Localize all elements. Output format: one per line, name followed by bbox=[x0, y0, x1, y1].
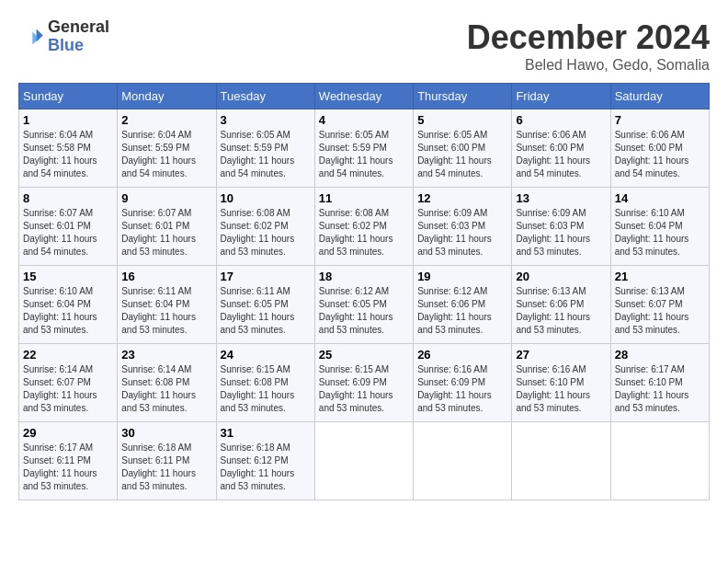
day-number: 13 bbox=[516, 191, 606, 205]
day-number: 30 bbox=[121, 426, 211, 440]
calendar-cell: 15 Sunrise: 6:10 AM Sunset: 6:04 PM Dayl… bbox=[19, 266, 118, 344]
day-info: Sunrise: 6:05 AM Sunset: 5:59 PM Dayligh… bbox=[221, 129, 311, 180]
day-info: Sunrise: 6:13 AM Sunset: 6:07 PM Dayligh… bbox=[615, 285, 705, 337]
day-info: Sunrise: 6:06 AM Sunset: 6:00 PM Dayligh… bbox=[516, 129, 606, 180]
day-number: 23 bbox=[121, 348, 211, 362]
day-info: Sunrise: 6:10 AM Sunset: 6:04 PM Dayligh… bbox=[23, 285, 113, 337]
calendar-cell: 18 Sunrise: 6:12 AM Sunset: 6:05 PM Dayl… bbox=[314, 266, 413, 344]
day-info: Sunrise: 6:07 AM Sunset: 6:01 PM Dayligh… bbox=[23, 207, 113, 259]
weekday-header-tuesday: Tuesday bbox=[216, 84, 314, 109]
day-number: 20 bbox=[516, 270, 606, 283]
logo-line2: Blue bbox=[48, 37, 109, 55]
svg-marker-0 bbox=[37, 29, 43, 41]
weekday-header-saturday: Saturday bbox=[610, 84, 709, 109]
day-info: Sunrise: 6:07 AM Sunset: 6:01 PM Dayligh… bbox=[121, 207, 211, 259]
calendar-cell: 6 Sunrise: 6:06 AM Sunset: 6:00 PM Dayli… bbox=[512, 109, 610, 188]
calendar-cell: 30 Sunrise: 6:18 AM Sunset: 6:11 PM Dayl… bbox=[118, 422, 216, 500]
calendar-cell: 12 Sunrise: 6:09 AM Sunset: 6:03 PM Dayl… bbox=[414, 188, 512, 266]
location: Beled Hawo, Gedo, Somalia bbox=[467, 57, 710, 74]
calendar-week-row: 1 Sunrise: 6:04 AM Sunset: 5:58 PM Dayli… bbox=[19, 109, 710, 188]
calendar-cell: 14 Sunrise: 6:10 AM Sunset: 6:04 PM Dayl… bbox=[610, 188, 709, 266]
day-info: Sunrise: 6:14 AM Sunset: 6:08 PM Dayligh… bbox=[121, 363, 211, 415]
calendar-cell: 31 Sunrise: 6:18 AM Sunset: 6:12 PM Dayl… bbox=[216, 422, 314, 500]
day-info: Sunrise: 6:12 AM Sunset: 6:06 PM Dayligh… bbox=[417, 285, 507, 337]
day-info: Sunrise: 6:08 AM Sunset: 6:02 PM Dayligh… bbox=[319, 207, 409, 259]
day-number: 25 bbox=[319, 348, 409, 362]
calendar-cell: 22 Sunrise: 6:14 AM Sunset: 6:07 PM Dayl… bbox=[19, 344, 118, 422]
calendar-cell: 3 Sunrise: 6:05 AM Sunset: 5:59 PM Dayli… bbox=[216, 109, 314, 188]
calendar-cell: 29 Sunrise: 6:17 AM Sunset: 6:11 PM Dayl… bbox=[19, 422, 118, 500]
day-info: Sunrise: 6:08 AM Sunset: 6:02 PM Dayligh… bbox=[221, 207, 311, 259]
day-number: 16 bbox=[121, 270, 211, 283]
calendar-cell: 27 Sunrise: 6:16 AM Sunset: 6:10 PM Dayl… bbox=[512, 344, 610, 422]
day-info: Sunrise: 6:13 AM Sunset: 6:06 PM Dayligh… bbox=[516, 285, 606, 337]
day-info: Sunrise: 6:05 AM Sunset: 5:59 PM Dayligh… bbox=[319, 129, 409, 180]
day-number: 2 bbox=[121, 113, 211, 127]
day-info: Sunrise: 6:05 AM Sunset: 6:00 PM Dayligh… bbox=[417, 129, 507, 180]
page-header: General Blue December 2024 Beled Hawo, G… bbox=[18, 18, 710, 74]
day-number: 27 bbox=[516, 348, 606, 362]
day-info: Sunrise: 6:04 AM Sunset: 5:58 PM Dayligh… bbox=[23, 129, 113, 180]
day-number: 4 bbox=[319, 113, 409, 127]
calendar-week-row: 15 Sunrise: 6:10 AM Sunset: 6:04 PM Dayl… bbox=[19, 266, 710, 344]
day-number: 12 bbox=[417, 191, 507, 205]
day-number: 8 bbox=[23, 191, 113, 205]
weekday-header-monday: Monday bbox=[118, 84, 216, 109]
day-info: Sunrise: 6:18 AM Sunset: 6:11 PM Dayligh… bbox=[121, 442, 211, 493]
day-info: Sunrise: 6:18 AM Sunset: 6:12 PM Dayligh… bbox=[221, 442, 311, 493]
day-number: 5 bbox=[417, 113, 507, 127]
day-number: 31 bbox=[221, 426, 311, 440]
calendar-cell: 23 Sunrise: 6:14 AM Sunset: 6:08 PM Dayl… bbox=[118, 344, 216, 422]
day-number: 26 bbox=[417, 348, 507, 362]
day-info: Sunrise: 6:09 AM Sunset: 6:03 PM Dayligh… bbox=[417, 207, 507, 259]
day-info: Sunrise: 6:14 AM Sunset: 6:07 PM Dayligh… bbox=[23, 363, 113, 415]
day-info: Sunrise: 6:17 AM Sunset: 6:10 PM Dayligh… bbox=[615, 363, 705, 415]
day-number: 11 bbox=[319, 191, 409, 205]
day-number: 1 bbox=[23, 113, 113, 127]
calendar-cell: 26 Sunrise: 6:16 AM Sunset: 6:09 PM Dayl… bbox=[414, 344, 512, 422]
day-info: Sunrise: 6:17 AM Sunset: 6:11 PM Dayligh… bbox=[23, 442, 113, 493]
calendar-cell: 11 Sunrise: 6:08 AM Sunset: 6:02 PM Dayl… bbox=[314, 188, 413, 266]
day-info: Sunrise: 6:10 AM Sunset: 6:04 PM Dayligh… bbox=[615, 207, 705, 259]
month-title: December 2024 bbox=[467, 18, 710, 57]
logo: General Blue bbox=[18, 18, 109, 55]
day-number: 21 bbox=[615, 270, 705, 283]
day-info: Sunrise: 6:16 AM Sunset: 6:10 PM Dayligh… bbox=[516, 363, 606, 415]
day-number: 10 bbox=[221, 191, 311, 205]
calendar-cell: 9 Sunrise: 6:07 AM Sunset: 6:01 PM Dayli… bbox=[118, 188, 216, 266]
calendar-week-row: 22 Sunrise: 6:14 AM Sunset: 6:07 PM Dayl… bbox=[19, 344, 710, 422]
calendar-cell: 1 Sunrise: 6:04 AM Sunset: 5:58 PM Dayli… bbox=[19, 109, 118, 188]
day-info: Sunrise: 6:16 AM Sunset: 6:09 PM Dayligh… bbox=[417, 363, 507, 415]
logo-text: General Blue bbox=[48, 18, 109, 55]
calendar-cell: 5 Sunrise: 6:05 AM Sunset: 6:00 PM Dayli… bbox=[414, 109, 512, 188]
day-number: 15 bbox=[23, 270, 113, 283]
calendar-cell bbox=[414, 422, 512, 500]
day-number: 14 bbox=[615, 191, 705, 205]
calendar-cell: 20 Sunrise: 6:13 AM Sunset: 6:06 PM Dayl… bbox=[512, 266, 610, 344]
calendar-cell bbox=[314, 422, 413, 500]
day-info: Sunrise: 6:06 AM Sunset: 6:00 PM Dayligh… bbox=[615, 129, 705, 180]
weekday-header-friday: Friday bbox=[512, 84, 610, 109]
calendar-cell bbox=[610, 422, 709, 500]
calendar-cell: 13 Sunrise: 6:09 AM Sunset: 6:03 PM Dayl… bbox=[512, 188, 610, 266]
day-number: 28 bbox=[615, 348, 705, 362]
calendar-cell: 25 Sunrise: 6:15 AM Sunset: 6:09 PM Dayl… bbox=[314, 344, 413, 422]
calendar-table: SundayMondayTuesdayWednesdayThursdayFrid… bbox=[18, 83, 710, 500]
calendar-cell: 16 Sunrise: 6:11 AM Sunset: 6:04 PM Dayl… bbox=[118, 266, 216, 344]
calendar-cell: 19 Sunrise: 6:12 AM Sunset: 6:06 PM Dayl… bbox=[414, 266, 512, 344]
day-number: 19 bbox=[417, 270, 507, 283]
day-number: 7 bbox=[615, 113, 705, 127]
day-info: Sunrise: 6:15 AM Sunset: 6:09 PM Dayligh… bbox=[319, 363, 409, 415]
weekday-header-sunday: Sunday bbox=[19, 84, 118, 109]
calendar-cell: 21 Sunrise: 6:13 AM Sunset: 6:07 PM Dayl… bbox=[610, 266, 709, 344]
day-number: 17 bbox=[221, 270, 311, 283]
calendar-cell: 7 Sunrise: 6:06 AM Sunset: 6:00 PM Dayli… bbox=[610, 109, 709, 188]
day-info: Sunrise: 6:11 AM Sunset: 6:05 PM Dayligh… bbox=[221, 285, 311, 337]
day-number: 9 bbox=[121, 191, 211, 205]
day-info: Sunrise: 6:12 AM Sunset: 6:05 PM Dayligh… bbox=[319, 285, 409, 337]
calendar-header-row: SundayMondayTuesdayWednesdayThursdayFrid… bbox=[19, 84, 710, 109]
calendar-cell bbox=[512, 422, 610, 500]
calendar-cell: 10 Sunrise: 6:08 AM Sunset: 6:02 PM Dayl… bbox=[216, 188, 314, 266]
logo-line1: General bbox=[48, 18, 109, 37]
weekday-header-thursday: Thursday bbox=[414, 84, 512, 109]
